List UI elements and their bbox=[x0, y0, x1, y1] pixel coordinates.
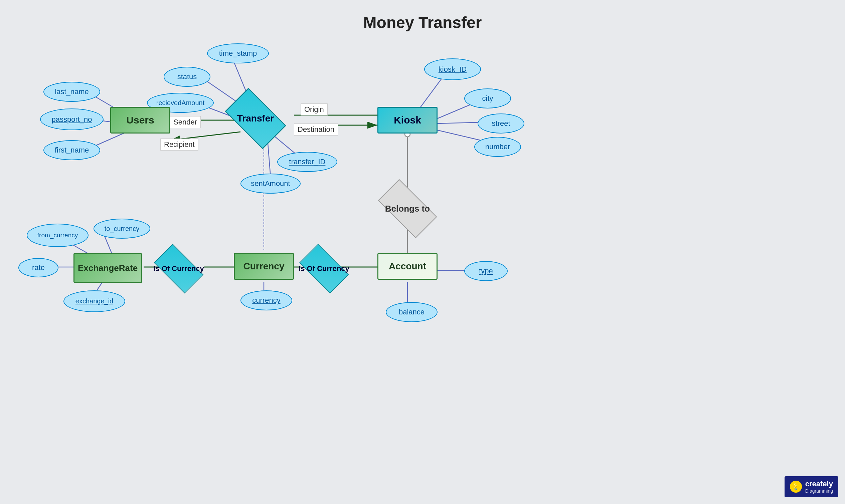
attr-exchange-id: exchange_id bbox=[64, 290, 125, 312]
rel-origin: Origin bbox=[301, 104, 328, 115]
entity-currency: Currency bbox=[234, 253, 294, 280]
is-of-currency-right-label: Is Of Currency bbox=[297, 264, 351, 273]
entity-kiosk: Kiosk bbox=[377, 107, 438, 133]
attr-kiosk-id: kiosk_ID bbox=[424, 58, 481, 80]
diagram-title: Money Transfer bbox=[0, 0, 845, 32]
diamond-is-of-currency-right: Is Of Currency bbox=[294, 254, 354, 284]
attr-time-stamp: time_stamp bbox=[207, 43, 269, 64]
rel-sender: Sender bbox=[170, 116, 201, 128]
watermark-bulb: 💡 bbox=[790, 481, 802, 493]
transfer-label: Transfer bbox=[237, 113, 274, 124]
attr-from-currency: from_currency bbox=[27, 223, 88, 247]
attr-currency-val: currency bbox=[241, 290, 292, 310]
is-of-currency-left-label: Is Of Currency bbox=[152, 264, 206, 273]
attr-status: status bbox=[164, 67, 210, 87]
attr-type: type bbox=[464, 261, 508, 281]
belongs-to-label: Belongs to bbox=[374, 203, 441, 214]
entity-users: Users bbox=[110, 107, 170, 133]
rel-recipient: Recipient bbox=[160, 139, 198, 150]
entity-exchange-rate: ExchangeRate bbox=[73, 253, 142, 283]
attr-city: city bbox=[464, 88, 511, 108]
attr-rate: rate bbox=[18, 258, 58, 277]
watermark-text: creately Diagramming bbox=[805, 480, 833, 494]
attr-sent-amount: sentAmount bbox=[241, 174, 301, 194]
attr-first-name: first_name bbox=[43, 140, 100, 160]
attr-transfer-id: transfer_ID bbox=[277, 152, 337, 172]
rel-destination: Destination bbox=[294, 124, 338, 136]
attr-number: number bbox=[474, 137, 521, 157]
watermark: 💡 creately Diagramming bbox=[785, 476, 838, 497]
attr-to-currency: to_currency bbox=[93, 219, 150, 239]
attr-street: street bbox=[478, 113, 524, 133]
attr-passport-no: passport_no bbox=[40, 108, 104, 130]
diamond-is-of-currency-left: Is Of Currency bbox=[148, 254, 209, 284]
diagram-container: Money Transfer bbox=[0, 0, 845, 504]
entity-transfer-diamond: Transfer bbox=[221, 98, 291, 139]
attr-last-name: last_name bbox=[43, 82, 100, 102]
connections-svg bbox=[0, 0, 845, 504]
entity-account: Account bbox=[377, 253, 438, 280]
diamond-belongs-to: Belongs to bbox=[371, 188, 444, 229]
attr-balance: balance bbox=[386, 302, 438, 322]
